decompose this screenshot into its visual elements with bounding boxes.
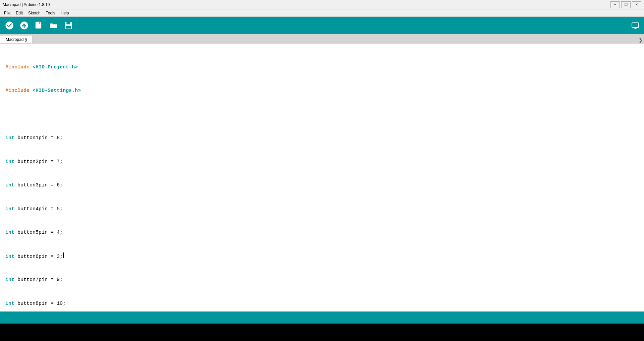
int-kw-7: int	[5, 276, 14, 284]
int-kw-5: int	[5, 229, 14, 236]
minimize-button[interactable]: −	[610, 1, 620, 8]
window-title: Macropad | Arduino 1.8.19	[3, 2, 50, 7]
code-b1pin: button1pin = 8;	[14, 134, 63, 142]
new-button[interactable]	[32, 19, 46, 32]
int-kw-1: int	[5, 134, 14, 142]
tab-right: ❯	[638, 37, 644, 43]
open-icon	[49, 21, 58, 30]
save-button[interactable]	[62, 19, 75, 32]
text-cursor	[63, 252, 64, 258]
code-b4pin: button4pin = 5;	[14, 205, 63, 213]
include-lib-1: <HID-Project.h>	[33, 63, 78, 71]
verify-icon	[5, 21, 14, 30]
window-controls: − ❐ ✕	[610, 1, 641, 8]
code-b8pin: button8pin = 10;	[14, 300, 66, 307]
menu-tools[interactable]: Tools	[43, 10, 58, 16]
code-line-b8pin: int button8pin = 10;	[5, 300, 639, 308]
tab-label: Macropad §	[6, 37, 27, 42]
include-keyword-1: #include	[5, 63, 33, 71]
code-b3pin: button3pin = 6;	[14, 181, 63, 189]
menu-help[interactable]: Help	[58, 10, 72, 16]
code-line-b3pin: int button3pin = 6;	[5, 181, 639, 189]
code-line-b1pin: int button1pin = 8;	[5, 134, 639, 142]
code-line-b4pin: int button4pin = 5;	[5, 205, 639, 213]
code-line-b5pin: int button5pin = 4;	[5, 229, 639, 237]
int-kw-2: int	[5, 158, 14, 166]
include-keyword-2: #include	[5, 87, 33, 95]
svg-rect-8	[632, 23, 639, 27]
new-icon	[34, 21, 44, 30]
close-button[interactable]: ✕	[632, 1, 641, 8]
console-area	[0, 324, 644, 341]
svg-rect-6	[66, 22, 70, 24]
int-kw-8: int	[5, 300, 14, 307]
svg-rect-7	[66, 26, 71, 29]
restore-button[interactable]: ❐	[621, 1, 631, 8]
code-editor[interactable]: #include <HID-Project.h> #include <HID-S…	[0, 46, 644, 311]
tab-scroll-right[interactable]: ❯	[638, 37, 643, 43]
status-bar	[0, 311, 644, 324]
int-kw-4: int	[5, 205, 14, 213]
toolbar-right	[629, 19, 641, 32]
open-button[interactable]	[47, 19, 60, 32]
empty-line-1	[5, 111, 639, 119]
code-line-include2: #include <HID-Settings.h>	[5, 87, 639, 95]
menu-file[interactable]: File	[1, 10, 13, 16]
code-line-include1: #include <HID-Project.h>	[5, 63, 639, 71]
code-line-b6pin: int button6pin = 3;	[5, 252, 639, 261]
verify-button[interactable]	[3, 19, 16, 32]
toolbar	[0, 17, 644, 34]
code-line-b7pin: int button7pin = 9;	[5, 276, 639, 284]
serial-monitor-button[interactable]	[629, 19, 641, 32]
serial-monitor-icon	[631, 21, 639, 30]
menu-bar: File Edit Sketch Tools Help	[0, 9, 644, 17]
code-line-b2pin: int button2pin = 7;	[5, 158, 639, 166]
include-lib-2: <HID-Settings.h>	[33, 87, 81, 95]
upload-button[interactable]	[17, 19, 31, 32]
int-kw-6: int	[5, 253, 14, 261]
tab-bar: Macropad § ❯	[0, 34, 644, 44]
code-b6pin: button6pin = 3;	[14, 253, 63, 261]
menu-edit[interactable]: Edit	[13, 10, 25, 16]
code-b2pin: button2pin = 7;	[14, 158, 63, 166]
title-bar: Macropad | Arduino 1.8.19 − ❐ ✕	[0, 0, 644, 9]
code-b5pin: button5pin = 4;	[14, 229, 63, 236]
save-icon	[64, 21, 73, 30]
editor-area[interactable]: #include <HID-Project.h> #include <HID-S…	[0, 44, 644, 311]
int-kw-3: int	[5, 181, 14, 189]
tab-macropad[interactable]: Macropad §	[0, 35, 33, 43]
upload-icon	[19, 21, 29, 30]
menu-sketch[interactable]: Sketch	[25, 10, 43, 16]
code-b7pin: button7pin = 9;	[14, 276, 63, 284]
